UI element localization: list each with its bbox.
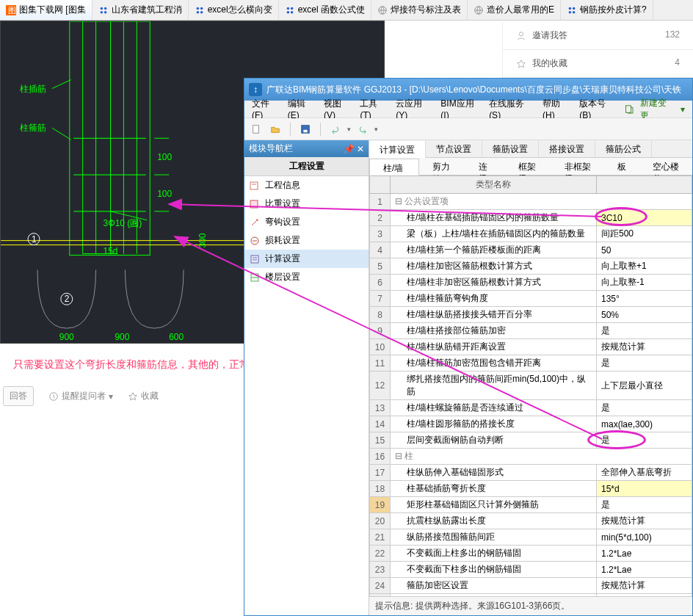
nav-item-5[interactable]: 楼层设置 xyxy=(244,268,369,286)
setting-name[interactable]: 柱/墙柱螺旋箍筋是否连续通过 xyxy=(391,400,597,416)
subtab-1[interactable]: 节点设置 xyxy=(426,140,482,157)
setting-value[interactable]: 50% xyxy=(597,307,692,323)
svg-point-7 xyxy=(200,7,203,10)
setting-name[interactable]: 柱/墙柱箍筋弯钩角度 xyxy=(391,291,597,307)
typetab-3[interactable]: 框架梁 xyxy=(505,158,551,175)
setting-name[interactable]: 柱/墙柱纵筋错开距离设置 xyxy=(391,339,597,355)
setting-name[interactable]: 不变截面下柱多出的钢筋锚固 xyxy=(391,562,597,578)
setting-name[interactable]: 嵌固部位设置 xyxy=(391,594,597,597)
browser-tab-2[interactable]: excel怎么横向变 xyxy=(189,0,279,20)
browser-tab-6[interactable]: 钢筋按外皮计算? xyxy=(561,0,653,20)
setting-name[interactable]: 绑扎搭接范围内的箍筋间距min(5d,100)中，纵筋 xyxy=(391,372,597,400)
setting-value[interactable]: 15*d xyxy=(597,481,692,497)
setting-name[interactable]: 柱/墙柱非加密区箍筋根数计算方式 xyxy=(391,275,597,291)
subtab-2[interactable]: 箍筋设置 xyxy=(482,140,539,157)
undo-button[interactable] xyxy=(328,122,343,137)
setting-value[interactable]: 是 xyxy=(597,355,692,372)
setting-name[interactable]: 梁（板）上柱/墙柱在插筋锚固区内的箍筋数量 xyxy=(391,226,597,242)
svg-point-2 xyxy=(100,7,103,10)
typetab-2[interactable]: 连梁 xyxy=(465,158,505,175)
setting-name[interactable]: 抗震柱纵筋露出长度 xyxy=(391,513,597,529)
nav-item-4[interactable]: 计算设置 xyxy=(244,250,369,268)
setting-value[interactable]: 135° xyxy=(597,291,692,307)
setting-value[interactable]: 3C10 xyxy=(597,210,692,226)
browser-tab-1[interactable]: 山东省建筑工程消 xyxy=(92,0,189,20)
nav-item-3[interactable]: 损耗设置 xyxy=(244,231,369,250)
save-button[interactable] xyxy=(298,122,313,137)
favorites-row[interactable]: 我的收藏 4 xyxy=(503,50,693,78)
svg-point-16 xyxy=(569,7,572,10)
tag-15d: 15d xyxy=(104,246,118,256)
setting-value[interactable]: 向上取整+1 xyxy=(597,258,692,275)
setting-name[interactable]: 层间变截面钢筋自动判断 xyxy=(391,432,597,449)
setting-name[interactable]: 柱纵筋伸入基础锚固形式 xyxy=(391,465,597,481)
setting-name[interactable]: 矩形柱基础锚固区只计算外侧箍筋 xyxy=(391,497,597,513)
browser-tab-3[interactable]: excel 函数公式使 xyxy=(279,0,371,20)
settings-grid[interactable]: 类型名称 1⊟ 公共设置项2柱/墙柱在基础插筋锚固区内的箍筋数量3C103梁（板… xyxy=(369,175,692,596)
setting-name[interactable]: 柱/墙柱加密区箍筋根数计算方式 xyxy=(391,258,597,275)
typetab-0[interactable]: 柱/墙柱 xyxy=(369,159,419,175)
setting-value[interactable]: 按规范计算 xyxy=(597,513,692,529)
invite-row[interactable]: 邀请我答 132 xyxy=(503,22,693,50)
setting-value[interactable]: 按规范计算 xyxy=(597,339,692,355)
setting-value[interactable]: 50 xyxy=(597,242,692,258)
setting-name[interactable]: 柱/墙柱圆形箍筋的搭接长度 xyxy=(391,416,597,432)
setting-name[interactable]: 不变截面上柱多出的钢筋锚固 xyxy=(391,546,597,562)
pin-icon[interactable]: 📌 ✕ xyxy=(344,144,364,154)
row-num: 20 xyxy=(370,513,391,529)
setting-name[interactable]: 箍筋加密区设置 xyxy=(391,578,597,594)
setting-value[interactable]: 是 xyxy=(597,323,692,339)
setting-value[interactable]: 基础顶部 xyxy=(597,594,692,597)
group-row[interactable]: ⊟ 公共设置项 xyxy=(391,194,692,210)
setting-value[interactable]: 1.2*Lae xyxy=(597,562,692,578)
row-num: 22 xyxy=(370,546,391,562)
row-num: 1 xyxy=(370,194,391,210)
setting-value[interactable]: 是 xyxy=(597,497,692,513)
setting-name[interactable]: 柱/墙柱箍筋加密范围包含错开距离 xyxy=(391,355,597,372)
setting-value[interactable]: 是 xyxy=(597,432,692,449)
typetab-6[interactable]: 空心楼盖 xyxy=(639,158,692,175)
setting-value[interactable]: 上下层最小直径 xyxy=(597,372,692,400)
setting-value[interactable]: min(5*d,100) xyxy=(597,529,692,546)
setting-value[interactable]: 间距500 xyxy=(597,226,692,242)
setting-value[interactable]: 按规范计算 xyxy=(597,578,692,594)
nav-item-0[interactable]: 工程信息 xyxy=(244,176,369,195)
svg-point-18 xyxy=(569,10,572,13)
setting-value[interactable]: 向上取整-1 xyxy=(597,275,692,291)
subtab-4[interactable]: 箍筋公式 xyxy=(595,140,652,157)
nav-item-1[interactable]: 比重设置 xyxy=(244,195,369,213)
setting-value[interactable]: 是 xyxy=(597,400,692,416)
setting-value[interactable]: 全部伸入基底弯折 xyxy=(597,465,692,481)
setting-name[interactable]: 柱/墙柱搭接部位箍筋加密 xyxy=(391,323,597,339)
open-file-button[interactable] xyxy=(268,122,283,137)
nav-item-2[interactable]: 弯钩设置 xyxy=(244,213,369,231)
new-file-button[interactable] xyxy=(249,122,264,137)
setting-name[interactable]: 柱/墙柱纵筋搭接接头错开百分率 xyxy=(391,307,597,323)
setting-value[interactable]: max(lae,300) xyxy=(597,416,692,432)
redo-button[interactable] xyxy=(355,122,370,137)
svg-point-4 xyxy=(100,10,103,13)
setting-value[interactable]: 1.2*Lae xyxy=(597,546,692,562)
browser-tab-0[interactable]: 图图集下载网 [图集 xyxy=(0,0,92,20)
setting-name[interactable]: 柱基础插筋弯折长度 xyxy=(391,481,597,497)
nav-item-icon xyxy=(249,180,261,192)
svg-point-19 xyxy=(573,10,576,13)
marker-1: 1 xyxy=(32,234,37,244)
setting-name[interactable]: 柱/墙柱在基础插筋锚固区内的箍筋数量 xyxy=(391,210,597,226)
typetab-5[interactable]: 板 xyxy=(604,158,639,175)
remind-link[interactable]: 提醒提问者 ▾ xyxy=(48,390,113,402)
svg-point-9 xyxy=(200,10,203,13)
browser-tab-4[interactable]: 焊接符号标注及表 xyxy=(371,0,468,20)
browser-tab-5[interactable]: 造价人最常用的E xyxy=(468,0,561,20)
subtab-3[interactable]: 搭接设置 xyxy=(539,140,595,157)
subtab-0[interactable]: 计算设置 xyxy=(369,141,426,158)
fav-link[interactable]: 收藏 xyxy=(128,390,159,402)
setting-name[interactable]: 纵筋搭接范围箍筋间距 xyxy=(391,529,597,546)
answer-button[interactable]: 回答 xyxy=(3,386,34,406)
group-row[interactable]: ⊟ 柱 xyxy=(391,449,692,465)
typetab-1[interactable]: 剪力墙 xyxy=(419,158,465,175)
row-num: 7 xyxy=(370,291,391,307)
setting-name[interactable]: 柱/墙柱第一个箍筋距楼板面的距离 xyxy=(391,242,597,258)
typetab-4[interactable]: 非框架梁 xyxy=(551,158,604,175)
nav-section-title: 工程设置 xyxy=(244,157,369,176)
